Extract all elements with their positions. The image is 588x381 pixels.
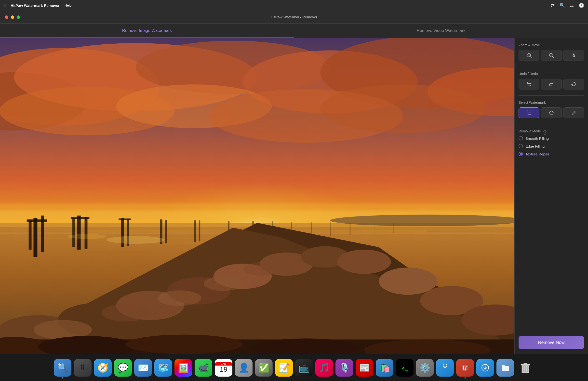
svg-point-22 xyxy=(72,250,150,253)
zoom-move-label: Zoom & Move xyxy=(519,43,584,47)
dock-item-trash[interactable] xyxy=(517,359,534,377)
maximize-button[interactable] xyxy=(17,16,20,19)
divider-1 xyxy=(519,67,584,67)
clock-icon: 🕐 xyxy=(579,3,584,8)
svg-rect-24 xyxy=(33,218,37,257)
smooth-filling-radio[interactable] xyxy=(519,136,523,140)
smooth-filling-option[interactable]: Smooth Filling xyxy=(519,136,584,140)
dock-item-system-prefs[interactable]: ⚙️ xyxy=(416,359,434,377)
svg-point-64 xyxy=(158,290,201,306)
remove-mode-section: Remove Mode ? Smooth Filling Edge Fillin… xyxy=(519,129,584,156)
remove-mode-help-icon[interactable]: ? xyxy=(543,131,547,135)
dock-item-terminal[interactable]: >_ xyxy=(396,359,414,377)
dock-item-maps[interactable]: 🗺️ xyxy=(154,359,172,377)
svg-point-58 xyxy=(337,249,391,274)
zoom-tools xyxy=(519,50,584,61)
svg-rect-29 xyxy=(85,217,88,248)
dock-item-downloads[interactable] xyxy=(476,359,494,377)
reset-button[interactable] xyxy=(563,79,584,90)
main-area: Zoom & Move xyxy=(0,38,588,354)
menu-bar-right: ⇄ 🔍 ☷ 🕐 xyxy=(551,3,584,8)
pan-button[interactable] xyxy=(563,50,584,61)
menu-bar-left:  HitPaw Watermark Remover Help xyxy=(4,3,72,8)
wifi-icon: ⇄ xyxy=(551,3,555,8)
dock-item-safari[interactable]: 🧭 xyxy=(94,359,112,377)
minimize-button[interactable] xyxy=(11,16,14,19)
svg-point-12 xyxy=(320,84,486,133)
remove-mode-label: Remove Mode xyxy=(519,129,541,133)
help-menu-item[interactable]: Help xyxy=(64,3,72,7)
svg-rect-27 xyxy=(27,219,47,222)
select-watermark-section: Select Watermark xyxy=(519,100,584,118)
zoom-move-section: Zoom & Move xyxy=(519,43,584,61)
svg-rect-26 xyxy=(29,220,32,249)
canvas-area[interactable] xyxy=(0,38,514,354)
menu-bar:  HitPaw Watermark Remover Help ⇄ 🔍 ☷ 🕐 xyxy=(0,0,588,11)
svg-rect-30 xyxy=(72,218,75,247)
dock-item-messages[interactable]: 💬 xyxy=(114,359,132,377)
edge-filling-option[interactable]: Edge Filling xyxy=(519,144,584,148)
dock-item-airdrop[interactable] xyxy=(436,359,454,377)
remove-mode-header: Remove Mode ? xyxy=(519,129,584,136)
dock-item-reminders[interactable]: ✅ xyxy=(255,359,273,377)
dock-item-photos[interactable]: 🖼️ xyxy=(174,359,192,377)
title-bar: HitPaw Watermark Remover xyxy=(0,11,588,23)
svg-line-81 xyxy=(552,57,554,58)
window-title: HitPaw Watermark Remover xyxy=(271,15,317,19)
tab-video-watermark[interactable]: Remove Video Watermark xyxy=(294,23,588,38)
brush-select-button[interactable] xyxy=(563,107,584,118)
dock-item-finder[interactable]: 🔍 xyxy=(54,359,71,377)
dock-item-appstore[interactable]: 🛍️ xyxy=(376,359,393,377)
dock-item-launchpad[interactable]: ⠿ xyxy=(74,359,92,377)
redo-button[interactable] xyxy=(541,79,562,90)
undo-button[interactable] xyxy=(519,79,539,90)
svg-point-63 xyxy=(102,304,150,322)
dock-item-contacts[interactable]: 👤 xyxy=(235,359,252,377)
close-button[interactable] xyxy=(5,16,8,19)
svg-rect-28 xyxy=(77,215,81,249)
remove-mode-options: Smooth Filling Edge Filling Texture Repa… xyxy=(519,136,584,156)
control-center-icon[interactable]: ☷ xyxy=(570,3,574,8)
texture-repair-option[interactable]: Texture Repair xyxy=(519,152,584,156)
dock-item-appletv[interactable]: 📺 xyxy=(295,359,313,377)
dock-item-notes[interactable]: 📝 xyxy=(275,359,293,377)
zoom-in-button[interactable] xyxy=(519,50,539,61)
image-container xyxy=(0,38,514,354)
edge-filling-radio[interactable] xyxy=(519,144,523,148)
divider-3 xyxy=(519,124,584,124)
svg-point-73 xyxy=(106,236,165,244)
svg-point-70 xyxy=(126,335,243,354)
search-menu-icon[interactable]: 🔍 xyxy=(560,3,565,8)
dock-item-mail[interactable]: ✉️ xyxy=(134,359,152,377)
divider-2 xyxy=(519,95,584,95)
apple-logo-icon[interactable]:  xyxy=(4,3,6,8)
texture-repair-radio[interactable] xyxy=(519,152,523,156)
svg-marker-85 xyxy=(549,111,553,114)
rect-select-button[interactable] xyxy=(519,107,539,118)
svg-rect-37 xyxy=(194,220,196,242)
window-controls xyxy=(5,16,20,19)
texture-repair-label: Texture Repair xyxy=(525,152,549,156)
dock-item-music[interactable]: 🎵 xyxy=(315,359,333,377)
remove-now-button[interactable]: Remove Now xyxy=(519,336,584,349)
dock-item-podcasts[interactable]: 🎙️ xyxy=(336,359,353,377)
undo-redo-label: Undo / Redo xyxy=(519,72,584,76)
svg-point-59 xyxy=(379,267,437,295)
tab-image-watermark[interactable]: Remove Image Watermark xyxy=(0,23,294,38)
svg-rect-34 xyxy=(119,218,131,220)
dock-item-facetime[interactable]: 📹 xyxy=(195,359,212,377)
app-menu-name[interactable]: HitPaw Watermark Remover xyxy=(11,3,60,8)
zoom-out-button[interactable] xyxy=(541,50,562,61)
svg-rect-45 xyxy=(349,223,350,235)
dock-item-calendar[interactable]: JAN19 xyxy=(215,359,232,377)
dock-item-news[interactable]: 📰 xyxy=(356,359,373,377)
image-display xyxy=(0,38,514,354)
right-panel: Zoom & Move xyxy=(514,38,588,354)
dock-item-folder[interactable] xyxy=(496,359,514,377)
dock-item-hitpaw[interactable] xyxy=(456,359,474,377)
svg-rect-46 xyxy=(374,223,375,234)
svg-point-66 xyxy=(244,262,281,276)
svg-point-65 xyxy=(204,276,243,291)
polygon-select-button[interactable] xyxy=(541,107,562,118)
svg-rect-90 xyxy=(524,363,527,364)
